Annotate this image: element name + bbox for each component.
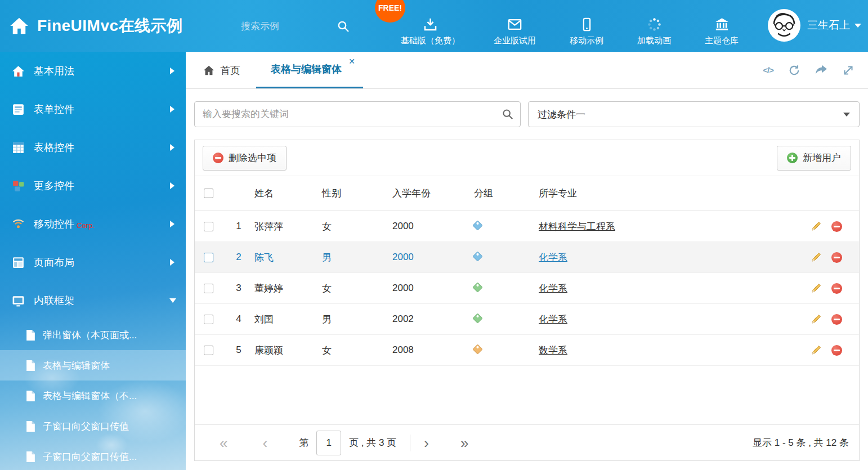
last-page-button[interactable]: » bbox=[460, 436, 468, 450]
tag-icon bbox=[472, 220, 482, 230]
sidebar-item-grid-controls[interactable]: 表格控件 bbox=[0, 128, 186, 167]
cell-name: 刘国 bbox=[254, 313, 322, 326]
search-icon[interactable] bbox=[502, 108, 514, 120]
sidebar: 基本用法 表单控件 表格控件 更多控件 bbox=[0, 52, 186, 470]
sidebar-subitem-child-to-parent[interactable]: 子窗口向父窗口传值 bbox=[0, 411, 186, 441]
sidebar-subitem-label: 子窗口向父窗口传值 bbox=[43, 420, 129, 433]
row-checkbox[interactable] bbox=[204, 253, 213, 262]
major-link[interactable]: 材料科学与工程系 bbox=[539, 221, 615, 232]
delete-selected-button[interactable]: 删除选中项 bbox=[203, 146, 287, 171]
table-row[interactable]: 4 刘国 男 2002 化学系 bbox=[195, 304, 859, 335]
sidebar-item-form-controls[interactable]: 表单控件 bbox=[0, 90, 186, 128]
nav-label: 基础版（免费） bbox=[401, 35, 460, 46]
cell-year: 2000 bbox=[392, 283, 474, 294]
edit-icon[interactable] bbox=[811, 314, 822, 325]
select-all-checkbox[interactable] bbox=[204, 189, 213, 198]
sidebar-item-more-controls[interactable]: 更多控件 bbox=[0, 167, 186, 205]
app-window: FineUIMvc在线示例 FREE! 基础版（免费） 企业版试用 bbox=[0, 0, 868, 470]
page-number-input[interactable] bbox=[316, 431, 341, 455]
column-header-gender[interactable]: 性别 bbox=[322, 187, 392, 200]
keyword-search-input[interactable] bbox=[194, 101, 521, 127]
tag-icon bbox=[472, 251, 482, 261]
row-checkbox[interactable] bbox=[204, 315, 213, 324]
refresh-icon[interactable] bbox=[788, 64, 800, 77]
file-icon bbox=[26, 420, 35, 432]
delete-icon[interactable] bbox=[831, 252, 842, 263]
tab-home[interactable]: 首页 bbox=[186, 52, 256, 88]
close-icon[interactable]: ✕ bbox=[348, 57, 355, 65]
home-icon bbox=[11, 64, 25, 78]
table-row[interactable]: 1 张萍萍 女 2000 材料科学与工程系 bbox=[195, 211, 859, 242]
table-icon bbox=[11, 141, 25, 155]
sidebar-subitem-child-to-parent-2[interactable]: 子窗口向父窗口传值... bbox=[0, 441, 186, 470]
sidebar-item-mobile-controls[interactable]: 移动控件 Corp. bbox=[0, 205, 186, 243]
table-row[interactable]: 3 董婷婷 女 2000 化学系 bbox=[195, 273, 859, 304]
avatar[interactable] bbox=[768, 9, 800, 42]
major-link[interactable]: 化学系 bbox=[539, 252, 567, 263]
delete-icon[interactable] bbox=[831, 221, 842, 232]
tag-icon bbox=[472, 282, 482, 292]
major-link[interactable]: 数学系 bbox=[539, 345, 567, 356]
fullscreen-icon[interactable] bbox=[842, 64, 854, 77]
header-nav: FREE! 基础版（免费） 企业版试用 移动示例 bbox=[401, 0, 739, 52]
column-header-major[interactable]: 所学专业 bbox=[539, 187, 791, 200]
header-search-input[interactable] bbox=[241, 21, 337, 32]
nav-enterprise-trial[interactable]: 企业版试用 bbox=[494, 0, 536, 52]
delete-icon[interactable] bbox=[831, 345, 842, 356]
row-number: 5 bbox=[223, 344, 254, 356]
prev-page-button[interactable]: ‹ bbox=[262, 436, 267, 450]
nav-theme-store[interactable]: 主题仓库 bbox=[705, 0, 739, 52]
edit-icon[interactable] bbox=[811, 283, 822, 294]
source-code-icon[interactable]: </> bbox=[763, 64, 773, 77]
sidebar-item-basic-usage[interactable]: 基本用法 bbox=[0, 52, 186, 90]
caret-down-icon bbox=[854, 24, 861, 28]
layout-icon bbox=[11, 256, 25, 270]
add-user-button[interactable]: 新增用户 bbox=[777, 146, 851, 171]
sidebar-subitem-grid-edit-window-2[interactable]: 表格与编辑窗体（不... bbox=[0, 381, 186, 411]
sidebar-item-page-layout[interactable]: 页面布局 bbox=[0, 243, 186, 281]
table-row[interactable]: 2 陈飞 男 2000 化学系 bbox=[195, 242, 859, 273]
column-header-group[interactable]: 分组 bbox=[474, 187, 539, 200]
user-menu[interactable]: 三生石上 bbox=[768, 9, 861, 42]
sidebar-item-iframe[interactable]: 内联框架 bbox=[0, 281, 186, 320]
row-checkbox[interactable] bbox=[204, 346, 213, 355]
nav-label: 加载动画 bbox=[637, 35, 671, 46]
column-header-name[interactable]: 姓名 bbox=[254, 187, 322, 200]
sidebar-subitem-grid-edit-window[interactable]: 表格与编辑窗体 bbox=[0, 350, 186, 381]
edit-icon[interactable] bbox=[811, 252, 822, 263]
header-search bbox=[241, 17, 362, 36]
next-page-button[interactable]: › bbox=[424, 436, 429, 450]
open-in-new-window-icon[interactable] bbox=[815, 64, 827, 77]
keyword-search bbox=[194, 101, 521, 127]
table-row[interactable]: 5 康颖颖 女 2008 数学系 bbox=[195, 335, 859, 366]
caret-down-icon bbox=[843, 113, 850, 117]
blocks-icon bbox=[11, 179, 25, 193]
nav-basic-free[interactable]: FREE! 基础版（免费） bbox=[401, 0, 460, 52]
major-link[interactable]: 化学系 bbox=[539, 314, 567, 325]
edit-icon[interactable] bbox=[811, 344, 822, 356]
tab-bar: 首页 表格与编辑窗体 ✕ </> bbox=[186, 52, 868, 89]
row-number: 1 bbox=[223, 221, 254, 232]
delete-icon[interactable] bbox=[831, 314, 842, 325]
nav-mobile-demo[interactable]: 移动示例 bbox=[570, 0, 603, 52]
row-checkbox[interactable] bbox=[204, 222, 213, 231]
first-page-button[interactable]: « bbox=[220, 436, 227, 450]
edit-icon[interactable] bbox=[811, 221, 822, 232]
cell-gender: 女 bbox=[322, 282, 392, 295]
sidebar-subitem-popup-window[interactable]: 弹出窗体（本页面或... bbox=[0, 320, 186, 350]
nav-label: 主题仓库 bbox=[705, 35, 739, 46]
app-home-icon[interactable] bbox=[9, 16, 29, 36]
search-icon[interactable] bbox=[337, 20, 350, 33]
home-icon bbox=[203, 64, 215, 77]
filter-dropdown[interactable]: 过滤条件一 bbox=[528, 101, 860, 127]
mobile-icon bbox=[579, 17, 594, 32]
sidebar-subitem-label: 弹出窗体（本页面或... bbox=[43, 329, 137, 342]
chevron-right-icon bbox=[170, 182, 175, 189]
nav-loading-animation[interactable]: 加载动画 bbox=[637, 0, 671, 52]
column-header-year[interactable]: 入学年份 bbox=[392, 187, 474, 200]
delete-icon[interactable] bbox=[831, 283, 842, 294]
cell-gender: 女 bbox=[322, 344, 392, 357]
major-link[interactable]: 化学系 bbox=[539, 283, 567, 294]
row-checkbox[interactable] bbox=[204, 284, 213, 293]
tab-grid-edit-window[interactable]: 表格与编辑窗体 ✕ bbox=[256, 52, 363, 88]
